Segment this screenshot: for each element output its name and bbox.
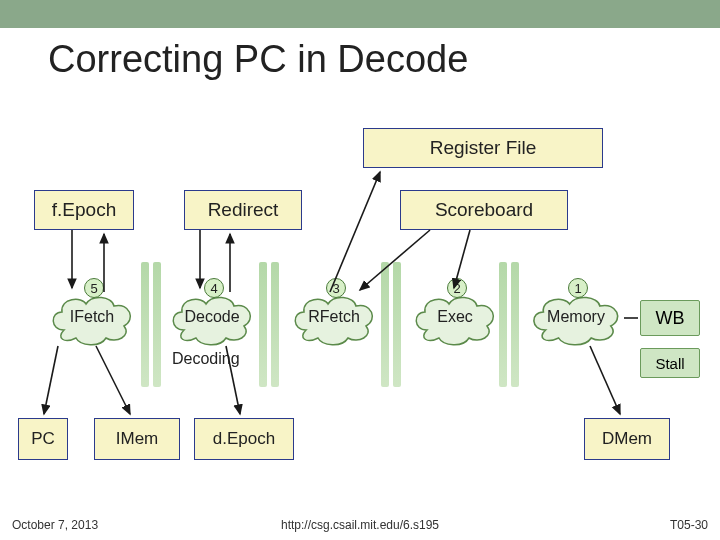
register-file-label: Register File <box>430 137 537 159</box>
page-title: Correcting PC in Decode <box>48 38 468 81</box>
stage-memory: 1 Memory <box>526 290 626 346</box>
stage-exec: 2 Exec <box>409 290 501 346</box>
pipe-bar-1a <box>141 262 149 387</box>
stage-ifetch-label: IFetch <box>46 308 138 326</box>
pipe-bar-2b <box>271 262 279 387</box>
pc-label: PC <box>31 429 55 449</box>
stage-ifetch: 5 IFetch <box>46 290 138 346</box>
scoreboard-label: Scoreboard <box>435 199 533 221</box>
stage-decode: 4 Decode <box>166 290 258 346</box>
stage-memory-num: 1 <box>568 278 588 298</box>
stage-exec-label: Exec <box>409 308 501 326</box>
pipe-bar-1b <box>153 262 161 387</box>
decoding-label: Decoding <box>172 350 240 368</box>
fepoch-label: f.Epoch <box>52 199 116 221</box>
stage-rfetch-label: RFetch <box>288 308 380 326</box>
wb-label: WB <box>656 308 685 329</box>
box-stall: Stall <box>640 348 700 378</box>
slide-top-bar <box>0 0 720 28</box>
box-wb: WB <box>640 300 700 336</box>
box-redirect: Redirect <box>184 190 302 230</box>
box-imem: IMem <box>94 418 180 460</box>
box-fepoch: f.Epoch <box>34 190 134 230</box>
pipe-bar-3b <box>393 262 401 387</box>
stall-label: Stall <box>655 355 684 372</box>
stage-exec-num: 2 <box>447 278 467 298</box>
svg-line-10 <box>590 346 620 414</box>
stage-rfetch-num: 3 <box>326 278 346 298</box>
depoch-label: d.Epoch <box>213 429 275 449</box>
pipe-bar-3a <box>381 262 389 387</box>
imem-label: IMem <box>116 429 159 449</box>
pipe-bar-2a <box>259 262 267 387</box>
box-pc: PC <box>18 418 68 460</box>
box-scoreboard: Scoreboard <box>400 190 568 230</box>
footer-slide: T05-30 <box>670 518 708 532</box>
stage-ifetch-num: 5 <box>84 278 104 298</box>
footer-url: http://csg.csail.mit.edu/6.s195 <box>0 518 720 532</box>
redirect-label: Redirect <box>208 199 279 221</box>
box-register-file: Register File <box>363 128 603 168</box>
stage-rfetch: 3 RFetch <box>288 290 380 346</box>
box-depoch: d.Epoch <box>194 418 294 460</box>
stage-decode-num: 4 <box>204 278 224 298</box>
box-dmem: DMem <box>584 418 670 460</box>
dmem-label: DMem <box>602 429 652 449</box>
svg-line-4 <box>330 172 380 292</box>
stage-memory-label: Memory <box>526 308 626 326</box>
stage-decode-label: Decode <box>166 308 258 326</box>
svg-line-8 <box>96 346 130 414</box>
pipe-bar-4b <box>511 262 519 387</box>
svg-line-7 <box>44 346 58 414</box>
